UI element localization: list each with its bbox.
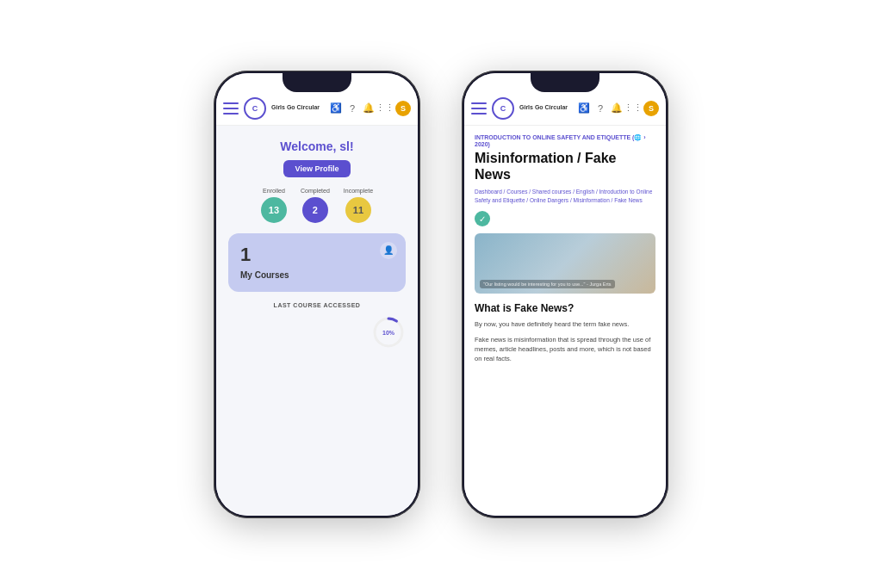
hamburger-menu-1[interactable] [223, 102, 239, 115]
phone-2: C Girls Go Circular ♿ ? 🔔 ⋮⋮ S INTRODUCT… [462, 71, 668, 518]
accessibility-icon-1[interactable]: ♿ [330, 102, 342, 115]
courses-label: My Courses [240, 270, 289, 280]
progress-text: 10% [382, 329, 394, 335]
accessibility-icon-2[interactable]: ♿ [578, 102, 590, 115]
completed-check-icon: ✓ [475, 211, 490, 226]
progress-circle-wrap: 10% [228, 315, 406, 350]
incomplete-circle: 11 [345, 197, 371, 223]
stat-completed: Completed 2 [301, 188, 330, 223]
notch-1 [283, 73, 351, 92]
view-profile-button[interactable]: View Profile [283, 160, 351, 177]
stats-row: Enrolled 13 Completed 2 Incomplete 11 [261, 188, 373, 223]
completed-label: Completed [301, 188, 330, 194]
progress-circle: 10% [371, 315, 406, 350]
grid-icon-1[interactable]: ⋮⋮ [379, 102, 391, 115]
avatar-2[interactable]: S [643, 101, 659, 116]
avatar-1[interactable]: S [395, 101, 411, 116]
scene: C Girls Go Circular ♿ ? 🔔 ⋮⋮ S Welcome, … [0, 36, 882, 553]
question-icon-1[interactable]: ? [346, 102, 358, 115]
grid-icon-2[interactable]: ⋮⋮ [627, 102, 639, 115]
hamburger-menu-2[interactable] [471, 102, 487, 115]
last-course-label: LAST COURSE ACCESSED [274, 302, 361, 308]
phone2-content: INTRODUCTION TO ONLINE SAFETY AND ETIQUE… [464, 126, 666, 516]
stat-enrolled: Enrolled 13 [261, 188, 287, 223]
courses-number: 1 [240, 244, 394, 266]
section-title: What is Fake News? [475, 302, 655, 314]
incomplete-label: Incomplete [344, 188, 373, 194]
course-image-caption: "Our listing would be interesting for yo… [480, 280, 615, 288]
logo-circle-2: C [492, 97, 514, 120]
welcome-text: Welcome, sl! [280, 139, 353, 153]
section-body-2: Fake news is misinformation that is spre… [475, 335, 655, 364]
notch-2 [531, 73, 599, 92]
course-title: Misinformation / Fake News [475, 150, 655, 183]
enrolled-circle: 13 [261, 197, 287, 223]
phone1-content: Welcome, sl! View Profile Enrolled 13 Co… [216, 126, 418, 516]
bell-icon-1[interactable]: 🔔 [363, 102, 375, 115]
bell-icon-2[interactable]: 🔔 [611, 102, 623, 115]
course-intro-label: INTRODUCTION TO ONLINE SAFETY AND ETIQUE… [475, 134, 655, 147]
nav-icons-2: ♿ ? 🔔 ⋮⋮ S [578, 101, 659, 116]
courses-card-icon: 👤 [380, 242, 397, 259]
question-icon-2[interactable]: ? [594, 102, 606, 115]
logo-text-1: Girls Go Circular [271, 104, 325, 111]
enrolled-label: Enrolled [263, 188, 285, 194]
completed-circle: 2 [302, 197, 328, 223]
nav-icons-1: ♿ ? 🔔 ⋮⋮ S [330, 101, 411, 116]
logo-text-2: Girls Go Circular [519, 104, 573, 111]
phone-1: C Girls Go Circular ♿ ? 🔔 ⋮⋮ S Welcome, … [214, 71, 420, 518]
logo-circle-1: C [244, 97, 266, 120]
course-image: "Our listing would be interesting for yo… [475, 233, 655, 294]
breadcrumb: Dashboard / Courses / Shared courses / E… [475, 188, 655, 205]
courses-card[interactable]: 👤 1 My Courses [228, 233, 406, 292]
stat-incomplete: Incomplete 11 [344, 188, 373, 223]
section-body-1: By now, you have definitely heard the te… [475, 319, 655, 329]
